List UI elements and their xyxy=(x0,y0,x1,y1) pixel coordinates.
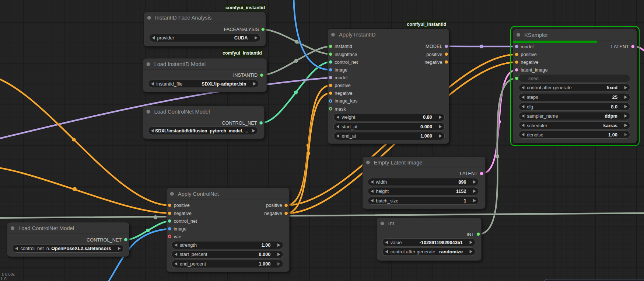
svg-text:LATENT: LATENT xyxy=(460,171,477,176)
svg-text:InstantID Face Analysis: InstantID Face Analysis xyxy=(155,15,211,21)
svg-text:denoise: denoise xyxy=(527,132,543,138)
svg-text:end_at: end_at xyxy=(342,133,356,139)
svg-text:negative: negative xyxy=(424,59,442,65)
svg-text:ddpm: ddpm xyxy=(605,113,617,119)
svg-text:8.0: 8.0 xyxy=(611,104,617,110)
svg-text:CONTROL_NET: CONTROL_NET xyxy=(222,120,257,126)
svg-text:SDXL\ip-adapter.bin: SDXL\ip-adapter.bin xyxy=(202,81,246,87)
svg-text:1: 1 xyxy=(463,198,466,204)
svg-text:batch_size: batch_size xyxy=(376,198,398,204)
svg-text:model: model xyxy=(521,44,533,49)
svg-text:negative: negative xyxy=(521,59,538,65)
svg-text:weight: weight xyxy=(341,114,355,120)
svg-text:25: 25 xyxy=(612,94,617,100)
svg-text:scheduler: scheduler xyxy=(527,123,547,128)
svg-text:sampler_name: sampler_name xyxy=(527,113,558,119)
svg-text:provider: provider xyxy=(157,35,175,41)
svg-text:positive: positive xyxy=(521,52,536,57)
svg-text:comfyui_instantid: comfyui_instantid xyxy=(223,51,262,56)
svg-text:1.000: 1.000 xyxy=(420,133,432,139)
svg-text:instantid_file: instantid_file xyxy=(156,81,182,87)
svg-text:image: image xyxy=(174,226,186,232)
svg-text:cfg: cfg xyxy=(527,104,533,110)
svg-text:1.00: 1.00 xyxy=(608,132,617,138)
svg-text:1152: 1152 xyxy=(456,188,466,194)
svg-text:strength: strength xyxy=(180,242,197,248)
svg-text:KSampler: KSampler xyxy=(524,32,548,38)
svg-text:Load ControlNet Model: Load ControlNet Model xyxy=(154,109,210,115)
svg-text:value: value xyxy=(391,240,402,245)
svg-text:CONTROL_NET: CONTROL_NET xyxy=(87,237,122,243)
svg-text:width: width xyxy=(375,179,387,185)
svg-text:negative: negative xyxy=(335,90,352,96)
svg-text:1.00: 1.00 xyxy=(261,242,270,248)
svg-text:negative: negative xyxy=(264,211,282,216)
svg-text:Int: Int xyxy=(388,221,394,226)
svg-text:end_percent: end_percent xyxy=(180,261,206,267)
svg-text:-1028911982904351: -1028911982904351 xyxy=(420,240,463,245)
svg-text:positive: positive xyxy=(266,202,282,208)
svg-text:control_net: control_net xyxy=(335,59,358,65)
svg-text:OpenPoseXL2.safetensors: OpenPoseXL2.safetensors xyxy=(51,246,111,251)
svg-text:INSTANTID: INSTANTID xyxy=(233,72,258,78)
svg-text:CUDA: CUDA xyxy=(234,35,248,41)
svg-text:Empty Latent Image: Empty Latent Image xyxy=(374,160,422,166)
svg-text:control after generate: control after generate xyxy=(527,85,572,90)
svg-text:comfyui_instantid: comfyui_instantid xyxy=(225,5,265,10)
svg-text:negative: negative xyxy=(174,211,191,216)
svg-text:SDXL\instantid\diffusion_pytor: SDXL\instantid\diffusion_pytorch_model. … xyxy=(155,128,248,133)
svg-text:positive: positive xyxy=(335,83,350,88)
svg-text:I: 0: I: 0 xyxy=(1,277,7,281)
svg-text:comfyui_instantid: comfyui_instantid xyxy=(407,22,446,27)
svg-text:karras: karras xyxy=(603,123,617,128)
svg-text:control_net: control_net xyxy=(174,218,197,224)
svg-text:Apply InstantID: Apply InstantID xyxy=(339,32,376,38)
svg-text:latent_image: latent_image xyxy=(521,67,547,73)
svg-text:positive: positive xyxy=(426,52,442,57)
svg-text:start_at: start_at xyxy=(342,124,357,129)
svg-text:Load InstantID Model: Load InstantID Model xyxy=(154,61,206,67)
svg-text:Load ControlNet Model: Load ControlNet Model xyxy=(18,225,74,231)
svg-text:fixed: fixed xyxy=(606,85,617,90)
svg-text:INT: INT xyxy=(466,232,474,237)
svg-text:896: 896 xyxy=(458,179,466,185)
svg-text:seed: seed xyxy=(528,76,539,81)
svg-text:insightface: insightface xyxy=(335,52,357,57)
svg-text:height: height xyxy=(376,188,389,194)
svg-text:LATENT: LATENT xyxy=(611,44,629,49)
svg-text:start_percent: start_percent xyxy=(180,251,207,257)
svg-text:0.000: 0.000 xyxy=(420,124,432,129)
svg-text:image_kps: image_kps xyxy=(335,98,357,104)
svg-text:instantid: instantid xyxy=(335,44,352,49)
svg-text:1.000: 1.000 xyxy=(259,261,270,267)
svg-text:mask: mask xyxy=(335,106,346,112)
svg-text:control_net_n...: control_net_n... xyxy=(20,246,53,251)
svg-text:FACEANALYSIS: FACEANALYSIS xyxy=(224,27,259,32)
svg-text:positive: positive xyxy=(174,202,189,208)
svg-text:control after generate: control after generate xyxy=(391,249,435,254)
svg-text:vae: vae xyxy=(174,234,181,239)
svg-text:0.000: 0.000 xyxy=(259,251,270,257)
svg-text:Apply ControlNet: Apply ControlNet xyxy=(178,191,219,197)
svg-text:image: image xyxy=(335,67,347,73)
svg-text:T: 0.00s: T: 0.00s xyxy=(1,272,15,277)
svg-text:randomize: randomize xyxy=(439,249,463,254)
svg-text:MODEL: MODEL xyxy=(426,44,442,49)
svg-text:0.80: 0.80 xyxy=(423,114,432,120)
svg-text:steps: steps xyxy=(527,94,538,100)
svg-text:model: model xyxy=(335,75,347,80)
